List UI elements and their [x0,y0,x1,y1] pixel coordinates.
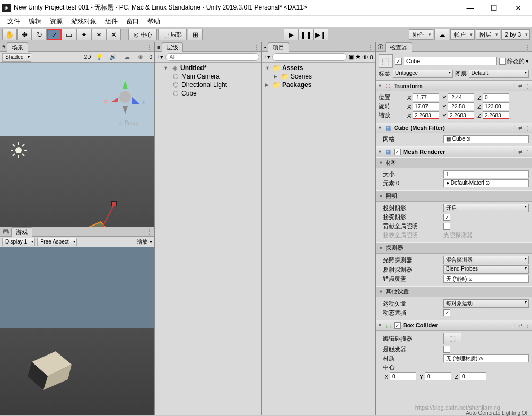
custom-tool-2-button[interactable]: ✕ [106,29,121,40]
physic-material-field[interactable]: 无 (物理材质) ⊙ [443,354,529,362]
assets-folder[interactable]: ▼📁Assets [262,64,375,72]
hierarchy-tab[interactable]: 层级 [162,42,183,52]
position-y-input[interactable] [448,93,474,101]
fold-icon[interactable]: ▼ [378,149,382,154]
mode-2d-toggle[interactable]: 2D [84,54,91,60]
panel-menu-icon[interactable]: ⋮ [367,43,373,51]
shading-dropdown[interactable]: Shaded [2,53,31,62]
game-view[interactable] [0,247,154,415]
fold-icon[interactable]: ▼ [163,65,169,71]
pivot-rotation-button[interactable]: ⬚局部 [158,29,187,40]
account-dropdown[interactable]: 帐户 [450,29,475,40]
move-tool-button[interactable]: ✥ [17,29,32,40]
help-icon[interactable]: ❔ [510,125,516,131]
help-icon[interactable]: ❔ [510,83,516,89]
preset-icon[interactable]: ⇄ [518,149,522,155]
scene-view[interactable]: y x z ◁ Persp [0,63,154,227]
pivot-mode-button[interactable]: ◎中心 [128,29,157,40]
fold-icon[interactable]: ▼ [378,125,382,131]
menu-gameobject[interactable]: 游戏对象 [67,16,101,27]
custom-tool-button[interactable]: ✶ [91,29,106,40]
menu-edit[interactable]: 编辑 [24,16,46,27]
fx-icon[interactable]: ☁ [121,53,132,62]
additional-subheader[interactable]: ▼其他设置 [376,286,532,297]
motion-vectors-dropdown[interactable]: 每对象运动 [443,299,529,308]
menu-component[interactable]: 组件 [101,16,122,27]
cloud-button[interactable]: ☁ [434,29,449,40]
menu-file[interactable]: 文件 [3,16,24,27]
maximize-button[interactable]: ☐ [482,1,506,15]
project-tab[interactable]: 项目 [268,42,289,52]
help-icon[interactable]: ❔ [510,149,516,155]
layout-dropdown[interactable]: 2 by 3 [501,29,530,40]
scenes-folder[interactable]: ▶📁Scenes [262,72,375,81]
fold-icon[interactable]: ▼ [378,323,382,328]
dynamic-occlusion-checkbox[interactable]: ✓ [443,309,450,316]
play-button[interactable]: ▶ [284,29,299,40]
preset-icon[interactable]: ⇄ [518,83,522,89]
collider-header[interactable]: ▼ ⬚ ✓ Box Collider ❔ ⇄ ⋮ [376,320,532,331]
aspect-dropdown[interactable]: Free Aspect [37,238,76,246]
filter-icon[interactable]: ▣ [348,54,354,60]
fold-icon[interactable]: ▶ [265,82,271,88]
rotation-z-input[interactable] [483,102,509,110]
scale-y-input[interactable] [448,111,474,119]
materials-subheader[interactable]: ▼材料 [376,157,532,168]
hierarchy-item[interactable]: ⬡Main Camera [155,72,261,81]
rotate-tool-button[interactable]: ↻ [32,29,47,40]
game-tab[interactable]: 游戏 [11,227,32,237]
renderer-header[interactable]: ▼ ▦ ✓ Mesh Renderer ❔ ⇄ ⋮ [376,146,532,157]
is-trigger-checkbox[interactable] [443,346,450,353]
scale-x-input[interactable] [413,111,439,119]
menu-window[interactable]: 窗口 [122,16,143,27]
scale-tool-button[interactable]: ⤢ [47,29,62,40]
menu-icon[interactable]: ⋮ [525,83,530,89]
position-x-input[interactable] [413,93,439,101]
position-z-input[interactable] [483,93,509,101]
panel-menu-icon[interactable]: ⋮ [146,43,152,51]
reflection-probes-dropdown[interactable]: Blend Probes [443,265,529,274]
menu-icon[interactable]: ⋮ [525,149,530,155]
audio-icon[interactable]: 🔊 [108,53,118,62]
layers-dropdown[interactable]: 图层 [476,29,500,40]
preset-icon[interactable]: ⇄ [518,323,522,328]
menu-help[interactable]: 帮助 [143,16,164,27]
probes-subheader[interactable]: ▼探测器 [376,242,532,254]
cast-shadows-dropdown[interactable]: 开启 [443,204,529,212]
hierarchy-item[interactable]: ⬡Cube [155,89,261,98]
rect-tool-button[interactable]: ▭ [62,29,76,40]
fold-icon[interactable]: ▼ [378,83,382,89]
scene-tab[interactable]: 场景 [7,42,28,52]
visibility-icon[interactable]: 👁 [362,54,368,60]
orientation-gizmo[interactable]: y x z [107,79,144,116]
help-icon[interactable]: ❔ [510,323,516,328]
hidden-icon[interactable]: 👁 [135,53,146,62]
panel-menu-icon[interactable]: ⋮ [524,43,530,51]
preset-icon[interactable]: ⇄ [518,125,522,131]
hierarchy-item[interactable]: ⬡Directional Light [155,81,261,89]
gameobject-name-input[interactable] [404,57,497,65]
transform-component-header[interactable]: ▼ ⸬ Transform ❔ ⇄ ⋮ [376,81,532,91]
minimize-button[interactable]: — [458,1,482,15]
fold-icon[interactable]: ▼ [265,65,271,71]
create-dropdown-icon[interactable]: +▾ [157,54,163,60]
snap-button[interactable]: ⊞ [188,29,203,40]
close-button[interactable]: ✕ [506,1,530,15]
meshfilter-header[interactable]: ▼ ▦ Cube (Mesh Filter) ❔ ⇄ ⋮ [376,123,532,133]
packages-folder[interactable]: ▶📁Packages [262,81,375,89]
project-search-input[interactable] [272,53,347,61]
light-probes-dropdown[interactable]: 混合探测器 [443,256,529,264]
static-toggle[interactable]: 静态的▾ [499,57,529,65]
edit-collider-button[interactable]: ⬚ [443,333,461,344]
renderer-enabled-checkbox[interactable]: ✓ [394,149,401,155]
transform-tool-button[interactable]: ✦ [76,29,91,40]
fold-icon[interactable]: ▶ [274,74,279,79]
anchor-field[interactable]: 无 (转换) ⊙ [443,275,529,283]
static-checkbox[interactable] [499,58,506,65]
center-y-input[interactable] [425,372,451,380]
contribute-gi-checkbox[interactable] [443,223,450,230]
step-button[interactable]: ▶❙ [313,29,328,40]
scale-dropdown-icon[interactable]: ▾ [150,239,152,245]
panel-menu-icon[interactable]: ⋮ [146,228,152,236]
rotation-x-input[interactable] [413,102,439,110]
